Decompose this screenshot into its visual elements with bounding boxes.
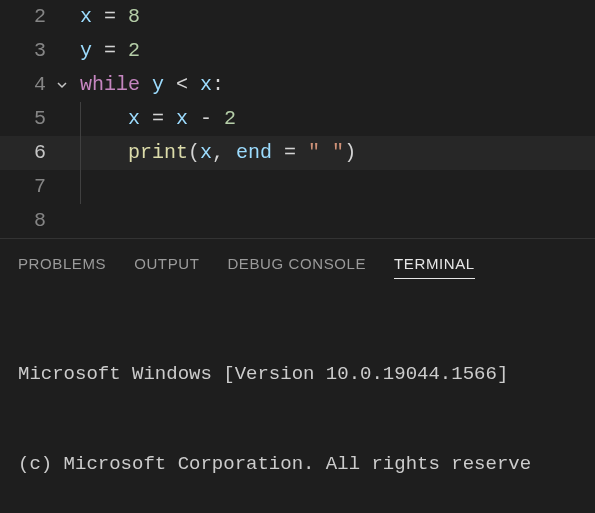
line-number: 3 — [0, 34, 52, 68]
code-line[interactable]: 6 print(x, end = " ") — [0, 136, 595, 170]
code-line[interactable]: 2x = 8 — [0, 0, 595, 34]
code-content: y = 2 — [72, 34, 140, 68]
code-content — [72, 170, 81, 204]
code-line[interactable]: 4while y < x: — [0, 68, 595, 102]
code-content: print(x, end = " ") — [72, 136, 356, 170]
terminal-line: Microsoft Windows [Version 10.0.19044.15… — [18, 359, 577, 389]
code-editor[interactable]: 2x = 83y = 24while y < x:5 x = x - 26 pr… — [0, 0, 595, 238]
line-number: 2 — [0, 0, 52, 34]
code-line[interactable]: 5 x = x - 2 — [0, 102, 595, 136]
fold-chevron-icon[interactable] — [52, 79, 72, 91]
bottom-panel: PROBLEMS OUTPUT DEBUG CONSOLE TERMINAL M… — [0, 238, 595, 513]
line-number: 6 — [0, 136, 52, 170]
terminal-output[interactable]: Microsoft Windows [Version 10.0.19044.15… — [0, 289, 595, 513]
panel-tabs: PROBLEMS OUTPUT DEBUG CONSOLE TERMINAL — [0, 247, 595, 289]
code-line[interactable]: 3y = 2 — [0, 34, 595, 68]
tab-debug-console[interactable]: DEBUG CONSOLE — [227, 255, 366, 279]
line-number: 7 — [0, 170, 52, 204]
tab-output[interactable]: OUTPUT — [134, 255, 199, 279]
line-number: 8 — [0, 204, 52, 238]
line-number: 4 — [0, 68, 52, 102]
code-content: x = 8 — [72, 0, 140, 34]
code-content: while y < x: — [72, 68, 224, 102]
terminal-line: (c) Microsoft Corporation. All rights re… — [18, 449, 577, 479]
code-line[interactable]: 7 — [0, 170, 595, 204]
line-number: 5 — [0, 102, 52, 136]
code-content: x = x - 2 — [72, 102, 236, 136]
code-line[interactable]: 8 — [0, 204, 595, 238]
tab-terminal[interactable]: TERMINAL — [394, 255, 475, 279]
tab-problems[interactable]: PROBLEMS — [18, 255, 106, 279]
